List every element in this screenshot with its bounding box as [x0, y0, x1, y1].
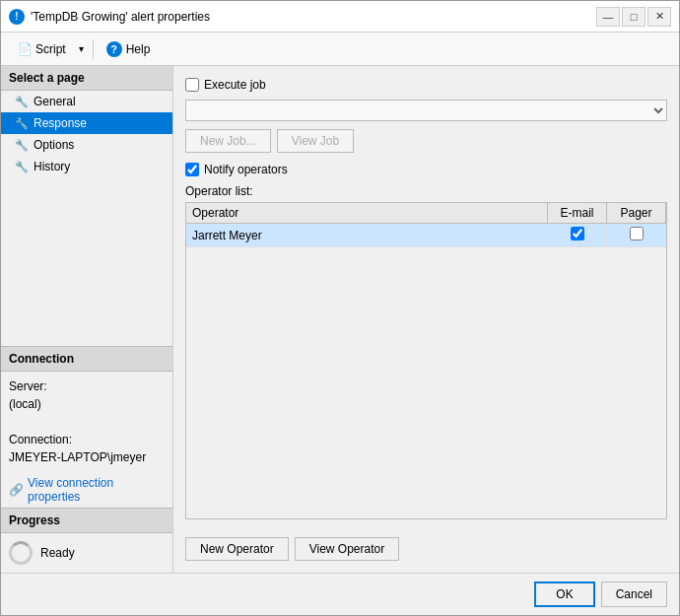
wrench-icon: 🔧	[15, 96, 29, 108]
new-job-button[interactable]: New Job...	[185, 129, 271, 153]
new-operator-button[interactable]: New Operator	[185, 537, 289, 561]
notify-operators-text: Notify operators	[204, 163, 288, 176]
script-icon: 📄	[18, 42, 33, 56]
execute-job-label[interactable]: Execute job	[185, 78, 266, 92]
progress-header: Progress	[1, 508, 172, 533]
operator-email-cell[interactable]	[548, 224, 607, 247]
notify-operators-checkbox[interactable]	[185, 163, 199, 176]
sidebar-item-history[interactable]: 🔧 History	[1, 156, 172, 177]
script-dropdown[interactable]: 📄 Script ▾	[9, 38, 89, 60]
view-connection-link[interactable]: 🔗 View connection properties	[1, 472, 172, 508]
job-dropdown-row	[185, 100, 667, 121]
title-bar: ! 'TempDB Growing' alert properties — □ …	[1, 1, 679, 33]
sidebar-item-history-label: History	[34, 160, 70, 173]
history-icon: 🔧	[15, 161, 29, 173]
options-icon: 🔧	[15, 139, 29, 152]
view-operator-button[interactable]: View Operator	[295, 537, 399, 561]
operator-pager-cell[interactable]	[607, 224, 666, 247]
response-icon: 🔧	[15, 117, 29, 130]
cancel-button[interactable]: Cancel	[601, 582, 667, 607]
script-label: Script	[35, 42, 66, 56]
view-connection-label: View connection properties	[28, 476, 165, 504]
alert-properties-window: ! 'TempDB Growing' alert properties — □ …	[0, 0, 680, 616]
job-dropdown[interactable]	[185, 100, 667, 121]
operator-buttons-row: New Operator View Operator	[185, 537, 667, 561]
close-button[interactable]: ✕	[647, 7, 671, 27]
minimize-button[interactable]: —	[596, 7, 620, 27]
execute-job-text: Execute job	[204, 78, 266, 92]
help-icon: ?	[106, 41, 122, 57]
script-button[interactable]: 📄 Script	[9, 38, 75, 60]
link-icon: 🔗	[9, 483, 24, 497]
notify-operators-row: Notify operators	[185, 163, 667, 176]
sidebar-item-options[interactable]: 🔧 Options	[1, 134, 172, 156]
content-area: Select a page 🔧 General 🔧 Response 🔧 Opt…	[1, 66, 679, 573]
toolbar: 📄 Script ▾ ? Help	[1, 33, 679, 66]
sidebar-item-options-label: Options	[34, 138, 74, 152]
connection-label: Connection:	[9, 431, 165, 448]
toolbar-separator	[93, 39, 94, 59]
ready-label: Ready	[40, 546, 75, 560]
operator-list-area: Operator E-mail Pager Jarrett Meyer	[185, 202, 667, 519]
connection-info: Server: (local) Connection: JMEYER-LAPTO…	[1, 372, 172, 472]
job-buttons-row: New Job... View Job	[185, 129, 667, 153]
operator-pager-checkbox[interactable]	[630, 227, 644, 240]
spinner-icon	[9, 541, 33, 565]
script-dropdown-arrow[interactable]: ▾	[75, 39, 89, 58]
server-label: Server:	[9, 377, 165, 395]
sidebar-connection: Connection Server: (local) Connection: J…	[1, 346, 172, 573]
help-button[interactable]: ? Help	[98, 37, 160, 61]
ok-button[interactable]: OK	[534, 582, 594, 607]
execute-job-checkbox[interactable]	[185, 78, 199, 92]
connection-header: Connection	[1, 346, 172, 372]
restore-button[interactable]: □	[622, 7, 646, 27]
sidebar-item-general-label: General	[34, 95, 76, 108]
operator-email-checkbox[interactable]	[571, 227, 584, 240]
window-icon: !	[9, 9, 25, 25]
server-value: (local)	[9, 395, 165, 413]
window-controls: — □ ✕	[596, 7, 671, 27]
sidebar-item-response[interactable]: 🔧 Response	[1, 112, 172, 134]
operator-table: Operator E-mail Pager Jarrett Meyer	[185, 202, 667, 519]
notify-operators-label[interactable]: Notify operators	[185, 163, 288, 176]
sidebar-header: Select a page	[1, 66, 172, 91]
operator-name: Jarrett Meyer	[186, 224, 548, 247]
help-label: Help	[126, 42, 151, 56]
sidebar: Select a page 🔧 General 🔧 Response 🔧 Opt…	[1, 66, 173, 573]
col-email: E-mail	[548, 203, 607, 224]
sidebar-item-response-label: Response	[34, 116, 87, 130]
footer-bar: OK Cancel	[1, 573, 679, 615]
progress-content: Ready	[1, 533, 172, 573]
view-job-button[interactable]: View Job	[277, 129, 354, 153]
table-row[interactable]: Jarrett Meyer	[186, 224, 666, 247]
connection-value: JMEYER-LAPTOP\jmeyer	[9, 448, 165, 466]
main-panel: Execute job New Job... View Job Notify o…	[173, 66, 679, 573]
col-pager: Pager	[607, 203, 666, 224]
sidebar-item-general[interactable]: 🔧 General	[1, 91, 172, 112]
window-title: 'TempDB Growing' alert properties	[31, 10, 596, 24]
operator-list-label: Operator list:	[185, 184, 667, 198]
execute-job-row: Execute job	[185, 78, 667, 92]
col-operator: Operator	[186, 203, 548, 224]
